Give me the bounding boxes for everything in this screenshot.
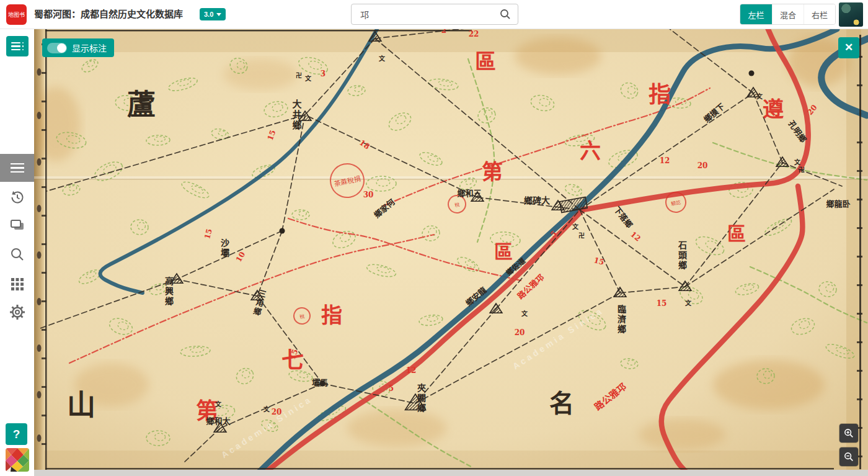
grid-icon [11, 278, 24, 290]
comments-icon [11, 220, 24, 230]
zoom-in-button[interactable] [839, 424, 858, 442]
search-tool-button[interactable] [9, 246, 26, 263]
mosaic-logo-icon [6, 448, 29, 472]
app-logo[interactable]: 地图书 [6, 4, 27, 25]
hamburger-icon [11, 163, 24, 165]
map-image [34, 29, 868, 476]
map-canvas[interactable]: 茶蔴稅捐稅驗訖稅蘆山名區指六第遵指七第區區大井鄉沙壩高興鄉三角鄉鄉和太壩馬夾關鄉… [34, 29, 868, 476]
history-button[interactable] [9, 189, 26, 206]
search-icon [12, 249, 23, 260]
toggle-switch[interactable] [47, 43, 67, 53]
gear-icon [10, 305, 25, 320]
search-icon[interactable] [499, 8, 512, 20]
app-header: 地图书 蜀都河图：成都自然历史文化数据库 3.0 左栏 混合 右栏 [0, 0, 868, 29]
comments-button[interactable] [9, 217, 26, 235]
sidebar-menu-button[interactable] [0, 154, 34, 182]
app-logo-text: 地图书 [8, 11, 25, 19]
zoom-in-icon [843, 427, 854, 439]
map-close-button[interactable]: ✕ [838, 37, 859, 58]
brand-logo[interactable] [6, 448, 29, 472]
history-icon [12, 191, 22, 203]
view-mode-right[interactable]: 右栏 [804, 4, 835, 24]
page-title: 蜀都河图：成都自然历史文化数据库 [34, 0, 183, 29]
settings-button[interactable] [9, 303, 26, 321]
search-box [351, 4, 518, 25]
version-label: 3.0 [204, 11, 213, 18]
caret-down-icon [216, 13, 221, 16]
list-icon [11, 42, 24, 44]
annotation-toggle[interactable]: 显示标注 [42, 38, 114, 57]
user-avatar[interactable] [839, 2, 863, 27]
sidebar: ? [0, 29, 34, 476]
zoom-out-button[interactable] [839, 447, 858, 466]
view-mode-mixed[interactable]: 混合 [772, 4, 804, 24]
help-button[interactable]: ? [6, 423, 27, 445]
layer-list-button[interactable] [6, 36, 29, 56]
zoom-out-icon [843, 451, 854, 463]
apps-grid-button[interactable] [9, 275, 26, 292]
view-mode-left[interactable]: 左栏 [740, 4, 772, 24]
search-input[interactable] [359, 9, 499, 20]
version-dropdown[interactable]: 3.0 [200, 8, 226, 20]
page-background-strip [34, 470, 868, 476]
view-mode-switcher: 左栏 混合 右栏 [740, 4, 836, 25]
annotation-toggle-label: 显示标注 [72, 42, 107, 54]
map-paper [34, 29, 868, 476]
